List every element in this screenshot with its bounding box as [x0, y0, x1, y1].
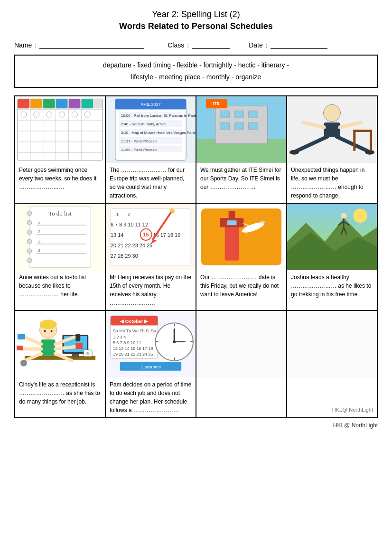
svg-point-124 [44, 330, 46, 332]
wordbox-line1: departure - fixed timing - flexible - fo… [22, 59, 370, 71]
svg-point-135 [20, 360, 27, 367]
word-box: departure - fixed timing - flexible - fo… [14, 55, 378, 88]
svg-rect-7 [81, 99, 93, 109]
svg-text:Classroom: Classroom [140, 365, 161, 369]
svg-rect-48 [234, 122, 244, 130]
svg-text:To do list: To do list [48, 210, 72, 217]
cell-9: ☕ [15, 311, 106, 418]
svg-point-70 [27, 249, 32, 254]
svg-rect-136 [75, 334, 80, 341]
cell-3: ITE We must gather at ITE Simei for our … [196, 96, 287, 204]
hectic-image: ☕ [15, 311, 105, 377]
svg-point-125 [51, 330, 53, 332]
svg-text:5   6   7   8   9 10 11: 5 6 7 8 9 10 11 [113, 340, 141, 345]
svg-rect-45 [234, 111, 244, 118]
svg-rect-99 [229, 211, 235, 221]
svg-text:◀  October  ▶: ◀ October ▶ [120, 319, 149, 324]
svg-text:2.: 2. [38, 229, 42, 234]
svg-text:27  28  29  30: 27 28 29 30 [111, 253, 138, 259]
cell-8-text: Joshua leads a healthy …………………… as he li… [287, 270, 377, 310]
cell-10: ◀ October ▶ Su Mo Tu We Th Fr Sa 1 2 3 4… [106, 311, 196, 418]
svg-rect-126 [41, 339, 56, 356]
itinerary-image: RAIL 2017 10:00 - Rail from London St. P… [106, 96, 196, 163]
departure-image [196, 204, 286, 270]
svg-rect-97 [225, 223, 239, 261]
svg-rect-119 [72, 354, 79, 357]
svg-rect-61 [353, 130, 372, 132]
cell-4: Unexpected things happen in life, so we … [287, 96, 378, 204]
svg-text:11:50 - Paris Picasso: 11:50 - Paris Picasso [121, 148, 157, 152]
svg-point-109 [341, 213, 346, 219]
date-label: Date [249, 41, 263, 49]
svg-text:2:40 - Hotel in Paris, Arrive: 2:40 - Hotel in Paris, Arrive [121, 122, 166, 126]
svg-text:4.: 4. [38, 248, 42, 253]
svg-point-53 [324, 105, 341, 122]
svg-text:1   2   3   4: 1 2 3 4 [113, 335, 126, 339]
cell-6: 1 2 6 7 8 9 10 11 12 13 14 15 16 17 18 1… [106, 204, 196, 311]
fixed-timing-image: ◀ October ▶ Su Mo Tu We Th Fr Sa 1 2 3 4… [106, 311, 196, 377]
svg-text:RAIL 2017: RAIL 2017 [141, 103, 161, 107]
exercise-grid: Peter goes swimming once every two weeks… [14, 95, 378, 418]
cell-6-text: Mr Heng receives his pay on the 15th of … [106, 270, 196, 310]
svg-point-59 [289, 150, 299, 155]
cell-2-text: The …………………… for our Europe trip was wel… [106, 163, 196, 203]
wordbox-line2: lifestyle - meeting place - monthly - or… [22, 71, 370, 83]
svg-text:1.: 1. [38, 220, 42, 225]
svg-point-68 [27, 230, 32, 235]
svg-point-66 [27, 211, 32, 216]
svg-rect-137 [75, 343, 83, 349]
name-label: Name [14, 41, 32, 49]
svg-rect-100 [227, 221, 237, 226]
building-image: ITE [196, 96, 286, 163]
cell-3-text: We must gather at ITE Simei for our Spor… [196, 163, 286, 203]
svg-rect-63 [370, 132, 372, 151]
lifestyle-image [287, 204, 377, 270]
cell-5: To do list 1. 2. 3. 4. Anne writes out a… [15, 204, 106, 311]
svg-text:15: 15 [143, 232, 149, 237]
svg-rect-49 [248, 122, 258, 130]
name-underline [39, 41, 144, 49]
svg-rect-6 [68, 99, 80, 109]
svg-rect-44 [220, 111, 230, 118]
cell-empty-1 [196, 311, 287, 418]
cell-10-text: Pam decides on a period of time to do ea… [106, 377, 196, 417]
footer-text: HKL@ NorthLight [332, 406, 373, 414]
svg-text:Su Mo Tu We Th Fr Sa: Su Mo Tu We Th Fr Sa [113, 329, 156, 334]
svg-text:19 20 21 22 23 24 25: 19 20 21 22 23 24 25 [113, 352, 153, 357]
flexible-image [287, 96, 377, 163]
cell-4-text: Unexpected things happen in life, so we … [287, 163, 377, 203]
page-subtitle: Words Related to Personal Schedules [14, 21, 378, 31]
svg-text:ITE: ITE [213, 102, 220, 106]
cell-7: Our …………………… date is this Friday, but we… [196, 204, 287, 311]
svg-rect-46 [248, 111, 258, 118]
page-title: Year 2: Spelling List (2) [14, 9, 378, 19]
svg-text:6   7   8   9  10  11  12: 6 7 8 9 10 11 12 [111, 222, 148, 227]
cell-empty-2: HKL@ NorthLight [287, 311, 378, 418]
svg-line-131 [56, 347, 77, 349]
svg-point-71 [27, 258, 32, 263]
class-label: Class [168, 41, 184, 49]
svg-text:☕: ☕ [85, 351, 90, 356]
svg-text:20  21  22  23  24  25: 20 21 22 23 24 25 [111, 243, 152, 248]
calendar-image [15, 96, 105, 163]
todo-image: To do list 1. 2. 3. 4. [15, 204, 105, 270]
footer: HKL@ NorthLight [14, 422, 378, 429]
svg-point-67 [27, 221, 32, 226]
class-underline [192, 41, 230, 49]
monthly-calendar-image: 1 2 6 7 8 9 10 11 12 13 14 15 16 17 18 1… [106, 204, 196, 270]
svg-rect-2 [18, 99, 29, 109]
svg-rect-134 [17, 346, 23, 350]
svg-text:1: 1 [116, 212, 119, 217]
svg-rect-115 [15, 311, 105, 377]
cell-5-text: Anne writes out a to-do list because she… [15, 270, 105, 310]
cell-1-text: Peter goes swimming once every two weeks… [15, 163, 105, 203]
svg-rect-133 [18, 334, 25, 339]
svg-rect-5 [56, 99, 68, 109]
svg-text:10:00 - Rail from London St. P: 10:00 - Rail from London St. Pancras to … [121, 114, 196, 118]
date-underline [271, 41, 327, 49]
cell-1: Peter goes swimming once every two weeks… [15, 96, 106, 204]
svg-point-69 [27, 239, 32, 244]
class-colon: : [187, 41, 189, 49]
svg-text:12 13 14 15 16 17 18: 12 13 14 15 16 17 18 [113, 346, 153, 351]
date-colon: : [266, 41, 268, 49]
